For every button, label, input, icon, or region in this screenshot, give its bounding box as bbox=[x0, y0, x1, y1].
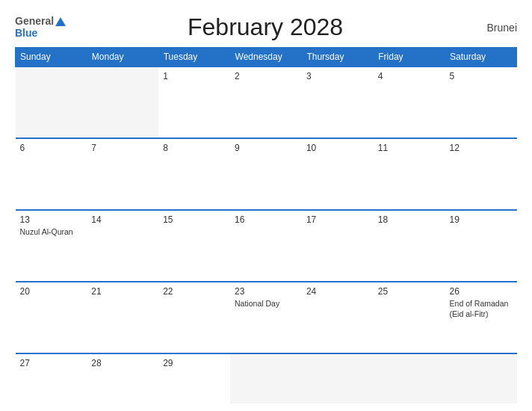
day-number: 28 bbox=[91, 358, 154, 368]
day-number: 14 bbox=[91, 214, 154, 225]
table-row: 24 bbox=[302, 282, 374, 353]
day-number: 4 bbox=[378, 71, 441, 81]
table-row bbox=[374, 353, 445, 404]
day-number: 27 bbox=[20, 358, 83, 368]
table-row: 14 bbox=[87, 210, 158, 282]
logo-blue-text: Blue bbox=[15, 28, 37, 39]
table-row bbox=[230, 353, 302, 404]
day-number: 23 bbox=[235, 286, 297, 297]
table-row: 6 bbox=[16, 138, 87, 210]
table-row: 19 bbox=[445, 210, 517, 282]
table-row: 23National Day bbox=[230, 282, 302, 353]
day-number: 22 bbox=[163, 286, 226, 297]
day-number: 11 bbox=[378, 143, 441, 153]
country-label: Brunei bbox=[465, 22, 517, 34]
table-row: 3 bbox=[302, 67, 374, 138]
day-number: 1 bbox=[163, 71, 226, 81]
logo-general-text: General bbox=[15, 16, 54, 27]
logo-triangle-icon bbox=[55, 17, 66, 26]
day-number: 17 bbox=[306, 214, 369, 225]
table-row bbox=[87, 67, 158, 138]
logo: General Blue bbox=[15, 16, 66, 39]
day-number: 9 bbox=[235, 143, 297, 153]
day-number: 26 bbox=[450, 286, 513, 297]
table-row: 20 bbox=[16, 282, 87, 353]
table-row bbox=[16, 67, 87, 138]
table-row: 16 bbox=[230, 210, 302, 282]
calendar-week-row: 6789101112 bbox=[16, 138, 517, 210]
table-row: 1 bbox=[158, 67, 230, 138]
col-wednesday: Wednesday bbox=[230, 48, 302, 67]
table-row: 7 bbox=[87, 138, 158, 210]
table-row: 13Nuzul Al-Quran bbox=[16, 210, 87, 282]
day-number: 25 bbox=[378, 286, 441, 297]
day-number: 8 bbox=[163, 143, 226, 153]
event-label: National Day bbox=[235, 299, 297, 309]
calendar-table: Sunday Monday Tuesday Wednesday Thursday… bbox=[15, 47, 517, 404]
col-friday: Friday bbox=[374, 48, 445, 67]
day-number: 12 bbox=[450, 143, 513, 153]
table-row: 2 bbox=[230, 67, 302, 138]
calendar-week-row: 20212223National Day242526End of Ramadan… bbox=[16, 282, 517, 353]
table-row: 12 bbox=[445, 138, 517, 210]
table-row: 9 bbox=[230, 138, 302, 210]
event-label: End of Ramadan (Eid al-Fitr) bbox=[450, 299, 513, 319]
table-row: 21 bbox=[87, 282, 158, 353]
col-sunday: Sunday bbox=[16, 48, 87, 67]
day-number: 24 bbox=[306, 286, 369, 297]
col-tuesday: Tuesday bbox=[158, 48, 230, 67]
day-number: 13 bbox=[20, 214, 83, 225]
calendar-week-row: 13Nuzul Al-Quran141516171819 bbox=[16, 210, 517, 282]
day-number: 2 bbox=[235, 71, 297, 81]
table-row: 27 bbox=[16, 353, 87, 404]
day-number: 16 bbox=[235, 214, 297, 225]
table-row: 15 bbox=[158, 210, 230, 282]
calendar-title: February 2028 bbox=[66, 13, 465, 41]
table-row: 28 bbox=[87, 353, 158, 404]
table-row bbox=[445, 353, 517, 404]
day-number: 6 bbox=[20, 143, 83, 153]
table-row: 5 bbox=[445, 67, 517, 138]
table-row: 8 bbox=[158, 138, 230, 210]
header: General Blue February 2028 Brunei bbox=[15, 13, 517, 41]
day-number: 5 bbox=[450, 71, 513, 81]
day-number: 21 bbox=[91, 286, 154, 297]
calendar-week-row: 272829 bbox=[16, 353, 517, 404]
table-row bbox=[302, 353, 374, 404]
day-number: 18 bbox=[378, 214, 441, 225]
col-monday: Monday bbox=[87, 48, 158, 67]
calendar-page: General Blue February 2028 Brunei Sunday… bbox=[0, 0, 532, 411]
table-row: 17 bbox=[302, 210, 374, 282]
day-number: 15 bbox=[163, 214, 226, 225]
table-row: 18 bbox=[374, 210, 445, 282]
table-row: 22 bbox=[158, 282, 230, 353]
col-thursday: Thursday bbox=[302, 48, 374, 67]
calendar-header-row: Sunday Monday Tuesday Wednesday Thursday… bbox=[16, 48, 517, 67]
event-label: Nuzul Al-Quran bbox=[20, 227, 83, 238]
table-row: 10 bbox=[302, 138, 374, 210]
table-row: 26End of Ramadan (Eid al-Fitr) bbox=[445, 282, 517, 353]
day-number: 29 bbox=[163, 358, 226, 368]
table-row: 11 bbox=[374, 138, 445, 210]
col-saturday: Saturday bbox=[445, 48, 517, 67]
day-number: 20 bbox=[20, 286, 83, 297]
calendar-week-row: 12345 bbox=[16, 67, 517, 138]
table-row: 25 bbox=[374, 282, 445, 353]
day-number: 3 bbox=[306, 71, 369, 81]
day-number: 7 bbox=[91, 143, 154, 153]
day-number: 19 bbox=[450, 214, 513, 225]
day-number: 10 bbox=[306, 143, 369, 153]
table-row: 4 bbox=[374, 67, 445, 138]
table-row: 29 bbox=[158, 353, 230, 404]
